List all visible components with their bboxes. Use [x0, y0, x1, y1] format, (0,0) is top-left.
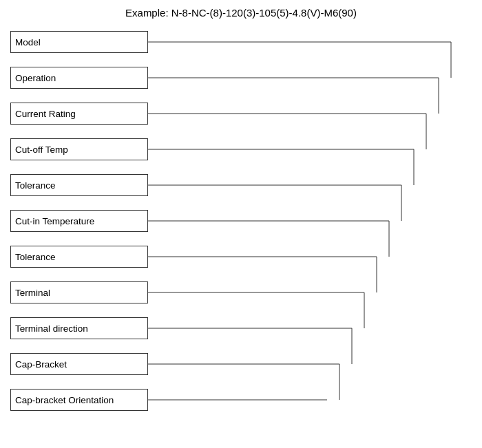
- row-cutoff-temp: Cut-off Temp: [10, 138, 148, 160]
- label-cutin-temperature: Cut-in Temperature: [10, 210, 148, 232]
- row-terminal: Terminal: [10, 281, 148, 303]
- row-operation: Operation: [10, 67, 148, 89]
- label-model: Model: [10, 31, 148, 53]
- label-tolerance1: Tolerance: [10, 174, 148, 196]
- label-current-rating: Current Rating: [10, 103, 148, 125]
- label-operation: Operation: [10, 67, 148, 89]
- example-title: Example: N-8-NC-(8)-120(3)-105(5)-4.8(V)…: [0, 7, 482, 19]
- main-container: Example: N-8-NC-(8)-120(3)-105(5)-4.8(V)…: [0, 0, 482, 448]
- row-model: Model: [10, 31, 148, 53]
- label-cap-bracket: Cap-Bracket: [10, 353, 148, 375]
- row-tolerance2: Tolerance: [10, 246, 148, 268]
- row-tolerance1: Tolerance: [10, 174, 148, 196]
- row-cap-bracket-orientation: Cap-bracket Orientation: [10, 389, 148, 411]
- row-terminal-direction: Terminal direction: [10, 317, 148, 339]
- diagram-area: ModelOperationCurrent RatingCut-off Temp…: [7, 28, 475, 441]
- label-terminal-direction: Terminal direction: [10, 317, 148, 339]
- row-cap-bracket: Cap-Bracket: [10, 353, 148, 375]
- row-current-rating: Current Rating: [10, 103, 148, 125]
- label-cap-bracket-orientation: Cap-bracket Orientation: [10, 389, 148, 411]
- label-terminal: Terminal: [10, 281, 148, 303]
- label-tolerance2: Tolerance: [10, 246, 148, 268]
- row-cutin-temperature: Cut-in Temperature: [10, 210, 148, 232]
- label-cutoff-temp: Cut-off Temp: [10, 138, 148, 160]
